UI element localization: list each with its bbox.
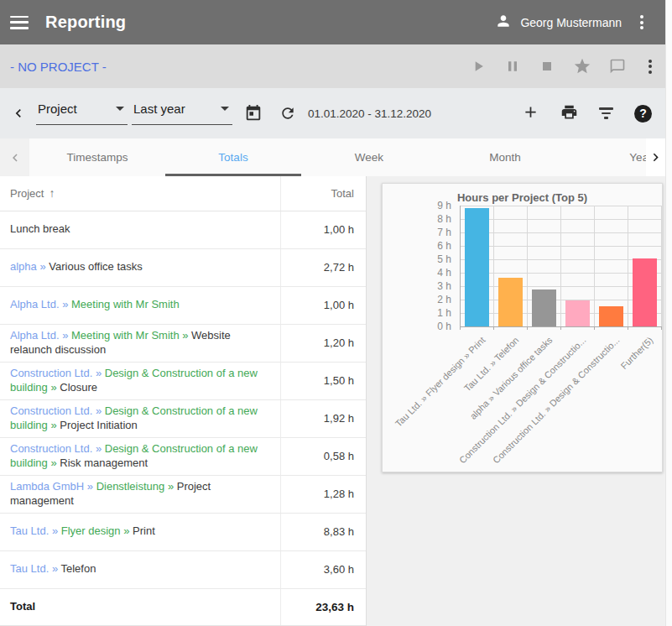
report-type-value: Project	[38, 102, 77, 116]
path-separator: »	[180, 329, 191, 342]
link-task[interactable]: Flyer design	[61, 524, 121, 537]
tabs-scroll-right-icon[interactable]	[646, 138, 665, 176]
path-segment: Print	[133, 524, 155, 537]
filter-icon[interactable]	[599, 107, 613, 119]
path-separator: »	[49, 524, 60, 537]
project-path-cell: alpha » Various office tasks	[0, 249, 281, 286]
dropdown-caret-icon	[221, 107, 229, 111]
path-separator: »	[92, 367, 104, 379]
date-range-label: 01.01.2020 - 31.12.2020	[308, 107, 431, 120]
table-row: Construction Ltd. » Design & Constructio…	[0, 438, 366, 476]
x-axis-tick	[560, 326, 561, 330]
path-segment: Lunch break	[10, 222, 70, 235]
table-footer-row: Total 23,63 h	[0, 589, 366, 626]
add-icon[interactable]	[522, 103, 539, 124]
project-path-cell: Alpha Ltd. » Meeting with Mr Smith » Web…	[0, 325, 281, 362]
link-project[interactable]: Tau Ltd.	[10, 524, 49, 537]
stop-icon[interactable]	[539, 58, 555, 75]
path-separator: »	[121, 524, 133, 537]
gridline-v	[493, 206, 494, 326]
path-separator: »	[164, 480, 176, 493]
table-row: Tau Ltd. » Flyer design » Print8,83 h	[0, 514, 366, 551]
chart-bar[interactable]	[599, 306, 623, 326]
tab-timestamps[interactable]: Timestamps	[29, 138, 165, 176]
menu-icon[interactable]	[10, 16, 29, 29]
y-axis-tick-label: 9 h	[383, 200, 451, 211]
path-separator: »	[48, 381, 60, 394]
column-header-total[interactable]: Total	[281, 176, 366, 211]
print-icon[interactable]	[560, 103, 578, 124]
time-range-value: Last year	[133, 102, 185, 116]
path-separator: »	[92, 442, 104, 455]
help-icon[interactable]: ?	[634, 105, 652, 123]
table-row: Tau Ltd. » Telefon3,60 h	[0, 551, 366, 589]
x-axis-tick	[661, 326, 662, 330]
chart-bar[interactable]	[532, 290, 556, 326]
link-project[interactable]: alpha	[10, 260, 37, 273]
link-task[interactable]: Dienstleistung	[96, 480, 165, 493]
link-project[interactable]: Construction Ltd.	[10, 404, 92, 417]
path-segment: Telefon	[60, 562, 96, 575]
project-path-cell: Lambda GmbH » Dienstleistung » Project m…	[0, 476, 281, 513]
path-separator: »	[48, 419, 60, 431]
chart-bar[interactable]	[633, 258, 657, 326]
chart-bar[interactable]	[465, 208, 489, 326]
table-row: Construction Ltd. » Design & Constructio…	[0, 400, 366, 438]
project-menu-kebab-icon[interactable]	[643, 58, 657, 76]
link-project[interactable]: Lambda GmbH	[10, 480, 84, 493]
path-separator: »	[92, 404, 104, 417]
chart-bar[interactable]	[498, 278, 523, 326]
link-task[interactable]: Meeting with Mr Smith	[71, 298, 180, 310]
grand-total-label: Total	[0, 589, 281, 625]
total-hours-cell: 3,60 h	[281, 551, 366, 588]
total-hours-cell: 1,50 h	[281, 363, 366, 399]
project-path-cell: Alpha Ltd. » Meeting with Mr Smith	[0, 287, 281, 324]
path-separator: »	[48, 456, 60, 469]
x-axis-tick	[460, 326, 461, 330]
app-menu-kebab-icon[interactable]	[635, 13, 649, 31]
link-project[interactable]: Alpha Ltd.	[10, 329, 60, 342]
tab-totals[interactable]: Totals	[165, 138, 301, 176]
calendar-icon[interactable]	[244, 104, 263, 123]
report-type-select[interactable]: Project	[36, 102, 128, 125]
column-header-project[interactable]: Project ↑	[0, 176, 281, 211]
tab-month[interactable]: Month	[437, 138, 573, 176]
link-project[interactable]: Alpha Ltd.	[10, 298, 60, 310]
column-header-project-label: Project	[10, 187, 44, 200]
chart-bar[interactable]	[565, 300, 590, 326]
project-path-cell: Construction Ltd. » Design & Constructio…	[0, 400, 281, 437]
tabs-scroll-left-icon[interactable]	[0, 138, 29, 176]
total-hours-cell: 1,28 h	[281, 476, 366, 513]
current-project-label[interactable]: - NO PROJECT -	[10, 60, 107, 74]
gridline-v	[594, 206, 595, 326]
path-segment: Various office tasks	[49, 260, 143, 273]
project-path-cell: Construction Ltd. » Design & Constructio…	[0, 438, 281, 475]
user-icon	[495, 13, 512, 33]
link-project[interactable]: Tau Ltd.	[10, 562, 49, 575]
report-toolbar: Project Last year 01.01.2020 - 31.12.202…	[0, 88, 672, 138]
pause-icon[interactable]	[504, 58, 521, 75]
link-task[interactable]: Meeting with Mr Smith	[71, 329, 180, 342]
user-name[interactable]: Georg Mustermann	[520, 16, 622, 29]
link-project[interactable]: Construction Ltd.	[10, 442, 92, 455]
time-range-select[interactable]: Last year	[132, 102, 232, 125]
vertical-scrollbar[interactable]	[665, 0, 672, 626]
gridline-v	[628, 206, 628, 326]
totals-table-body: Lunch break1,00 halpha » Various office …	[0, 211, 366, 589]
star-icon[interactable]	[573, 57, 591, 76]
comment-icon[interactable]	[609, 58, 626, 75]
x-axis-tick	[493, 326, 494, 330]
link-project[interactable]: Construction Ltd.	[10, 367, 92, 379]
tab-bar: TimestampsTotalsWeekMonthYear	[0, 138, 672, 176]
tab-strip: TimestampsTotalsWeekMonthYear	[29, 138, 646, 176]
path-separator: »	[84, 480, 96, 493]
tab-year[interactable]: Year	[573, 138, 646, 176]
refresh-icon[interactable]	[279, 105, 296, 122]
y-axis-tick-label: 5 h	[383, 253, 451, 265]
y-axis-tick-label: 0 h	[383, 321, 451, 332]
tab-week[interactable]: Week	[301, 138, 437, 176]
back-chevron-icon[interactable]	[10, 105, 27, 122]
totals-table: Project ↑ Total Lunch break1,00 halpha »…	[0, 176, 367, 626]
play-icon[interactable]	[470, 58, 487, 75]
total-hours-cell: 8,83 h	[281, 514, 366, 550]
